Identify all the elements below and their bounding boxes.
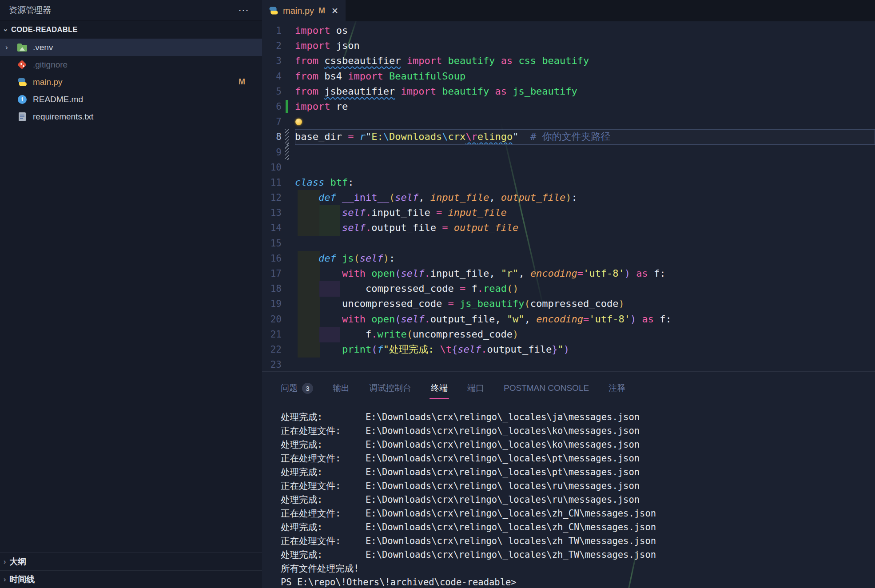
panel-tab-输出[interactable]: 输出 bbox=[333, 382, 350, 394]
editor-tabbar: main.py M ✕ bbox=[262, 0, 875, 21]
sidebar-section-时间线[interactable]: ›时间线 bbox=[0, 570, 262, 588]
terminal-line: 处理完成:E:\Downloads\crx\relingo\_locales\r… bbox=[281, 493, 871, 507]
panel-tab-注释[interactable]: 注释 bbox=[609, 382, 625, 394]
gutter-marker bbox=[282, 342, 295, 357]
file-item-.venv[interactable]: ›.venv bbox=[0, 39, 262, 56]
code-line-23[interactable]: 23 bbox=[262, 357, 875, 371]
code-line-9[interactable]: 9 bbox=[262, 145, 875, 160]
terminal-path: E:\Downloads\crx\relingo\_locales\zh_TW\… bbox=[366, 534, 656, 548]
code-line-4[interactable]: 4from bs4 import BeautifulSoup bbox=[262, 69, 875, 84]
terminal-line: 正在处理文件:E:\Downloads\crx\relingo\_locales… bbox=[281, 534, 871, 548]
lightbulb-icon[interactable] bbox=[295, 119, 302, 125]
code-line-content: compressed_code = f.read() bbox=[295, 281, 875, 296]
code-token bbox=[295, 266, 342, 281]
code-line-19[interactable]: 19 uncompressed_code = js_beautify(compr… bbox=[262, 296, 875, 311]
code-line-13[interactable]: 13 self.input_file = input_file bbox=[262, 205, 875, 220]
code-token: , bbox=[489, 266, 495, 281]
code-token: compressed_code bbox=[530, 296, 619, 311]
explorer-title: 资源管理器 bbox=[9, 4, 235, 16]
terminal-label: 正在处理文件: bbox=[281, 507, 366, 520]
panel-tab-POSTMAN CONSOLE[interactable]: POSTMAN CONSOLE bbox=[504, 383, 589, 393]
tab-main-py[interactable]: main.py M ✕ bbox=[262, 0, 346, 21]
code-line-12[interactable]: 12 def __init__(self, input_file, output… bbox=[262, 190, 875, 205]
code-line-7[interactable]: 7 bbox=[262, 114, 875, 129]
terminal-label: 处理完成: bbox=[281, 493, 366, 507]
terminal-output[interactable]: 处理完成:E:\Downloads\crx\relingo\_locales\j… bbox=[281, 410, 871, 588]
code-line-content: import re bbox=[295, 99, 875, 114]
gutter-marker bbox=[282, 357, 295, 371]
info-icon: i bbox=[17, 94, 28, 105]
code-token: = bbox=[448, 296, 453, 311]
file-item-main.py[interactable]: main.pyM bbox=[0, 73, 262, 91]
code-line-21[interactable]: 21 f.write(uncompressed_code) bbox=[262, 327, 875, 342]
code-line-20[interactable]: 20 with open(self.output_file, "w", enco… bbox=[262, 312, 875, 327]
code-token: encoding bbox=[530, 266, 577, 281]
code-token: def bbox=[318, 251, 336, 266]
code-editor[interactable]: 1import os2import json3from cssbeautifie… bbox=[262, 21, 875, 371]
code-token: input_file bbox=[371, 205, 430, 220]
code-token: . bbox=[424, 266, 430, 281]
terminal-line: 处理完成:E:\Downloads\crx\relingo\_locales\p… bbox=[281, 465, 871, 479]
code-line-18[interactable]: 18 compressed_code = f.read() bbox=[262, 281, 875, 296]
gutter-marker bbox=[282, 281, 295, 296]
code-token: base_dir bbox=[295, 129, 342, 144]
bottom-panel: 问题3输出调试控制台终端端口POSTMAN CONSOLE注释 处理完成:E:\… bbox=[262, 371, 875, 588]
code-line-5[interactable]: 5from jsbeautifier import beautify as js… bbox=[262, 84, 875, 99]
code-token: : bbox=[348, 175, 354, 190]
code-line-14[interactable]: 14 self.output_file = output_file bbox=[262, 220, 875, 235]
code-line-8[interactable]: 8base_dir = r"E:\Downloads\crx\relingo" … bbox=[262, 129, 875, 144]
code-line-6[interactable]: 6import re bbox=[262, 99, 875, 114]
panel-tab-端口[interactable]: 端口 bbox=[467, 382, 484, 394]
terminal-line: PS E:\repo\!Others\!archived\code-readab… bbox=[281, 576, 871, 588]
workspace-section-header[interactable]: ⌄ CODE-READABLE bbox=[0, 20, 262, 38]
terminal-label: 所有文件处理完成! bbox=[281, 562, 359, 576]
code-line-3[interactable]: 3from cssbeautifier import beautify as c… bbox=[262, 53, 875, 68]
terminal-path: E:\Downloads\crx\relingo\_locales\zh_CN\… bbox=[366, 507, 656, 520]
code-token: , bbox=[489, 190, 495, 205]
gutter-marker bbox=[282, 327, 295, 342]
code-line-15[interactable]: 15 bbox=[262, 236, 875, 251]
panel-tab-调试控制台[interactable]: 调试控制台 bbox=[369, 382, 411, 394]
code-line-content bbox=[295, 114, 875, 129]
code-token: f bbox=[471, 281, 477, 296]
code-line-10[interactable]: 10 bbox=[262, 160, 875, 175]
code-token: bs4 bbox=[324, 69, 342, 84]
sidebar-section-大纲[interactable]: ›大纲 bbox=[0, 552, 262, 570]
code-line-1[interactable]: 1import os bbox=[262, 23, 875, 38]
code-token bbox=[383, 69, 389, 84]
code-token: self bbox=[401, 266, 424, 281]
terminal-path: E:\Downloads\crx\relingo\_locales\ru\mes… bbox=[366, 479, 640, 493]
file-item-requirements.txt[interactable]: requirements.txt bbox=[0, 108, 262, 125]
panel-tab-问题[interactable]: 问题3 bbox=[281, 382, 313, 394]
line-number: 20 bbox=[262, 312, 282, 327]
code-token: as bbox=[642, 312, 654, 327]
code-line-22[interactable]: 22 print(f"处理完成: \t{self.output_file}") bbox=[262, 342, 875, 357]
file-item-.gitignore[interactable]: .gitignore bbox=[0, 56, 262, 73]
close-icon[interactable]: ✕ bbox=[331, 6, 338, 16]
code-token: ) bbox=[513, 281, 518, 296]
code-token: crx bbox=[448, 129, 465, 144]
code-line-2[interactable]: 2import json bbox=[262, 38, 875, 53]
code-token: open bbox=[371, 312, 395, 327]
code-token bbox=[525, 266, 530, 281]
git-modified-marker bbox=[285, 145, 289, 160]
line-number: 19 bbox=[262, 296, 282, 311]
panel-tab-终端[interactable]: 终端 bbox=[431, 382, 448, 394]
code-line-16[interactable]: 16 def js(self): bbox=[262, 251, 875, 266]
code-token: open bbox=[371, 266, 395, 281]
code-token bbox=[636, 312, 642, 327]
code-line-content: from jsbeautifier import beautify as js_… bbox=[295, 84, 875, 99]
code-line-11[interactable]: 11class btf: bbox=[262, 175, 875, 190]
code-token: ) bbox=[624, 266, 630, 281]
more-actions-icon[interactable]: ⋯ bbox=[235, 4, 253, 16]
tab-modified-badge: M bbox=[318, 6, 325, 16]
code-line-17[interactable]: 17 with open(self.input_file, "r", encod… bbox=[262, 266, 875, 281]
code-token bbox=[295, 296, 342, 311]
code-token: jsbeautifier bbox=[324, 84, 395, 99]
code-token bbox=[495, 53, 501, 68]
terminal-path: E:\Downloads\crx\relingo\_locales\ko\mes… bbox=[366, 438, 640, 452]
file-item-README.md[interactable]: iREADME.md bbox=[0, 91, 262, 108]
gutter-marker bbox=[282, 205, 295, 220]
gutter-marker bbox=[282, 38, 295, 53]
line-number: 8 bbox=[262, 129, 282, 144]
